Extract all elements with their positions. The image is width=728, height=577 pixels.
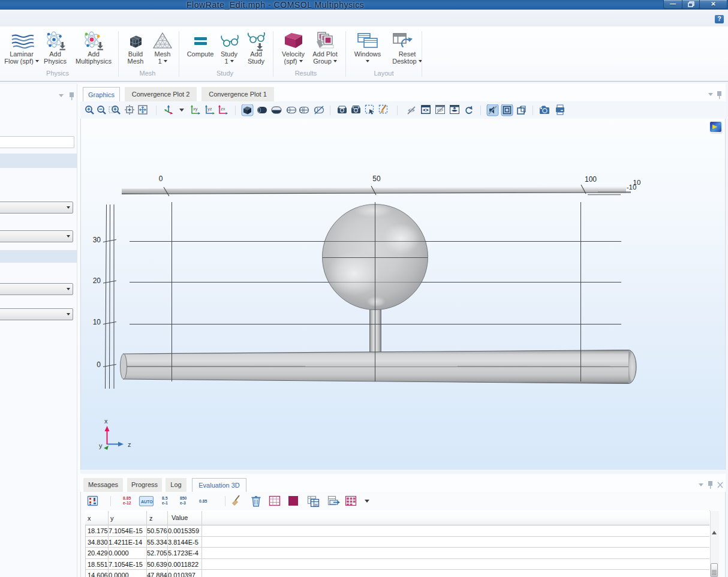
svg-text:y: y	[99, 442, 103, 449]
svg-text:xy: xy	[193, 106, 198, 112]
svg-text:36: 36	[314, 503, 318, 507]
svg-text:100: 100	[585, 175, 597, 184]
svg-text:-10: -10	[627, 184, 637, 191]
svg-text:yz: yz	[207, 106, 212, 112]
svg-text:8.5: 8.5	[162, 496, 168, 500]
svg-text:z: z	[128, 441, 131, 448]
svg-text:850: 850	[180, 496, 187, 500]
svg-text:10: 10	[93, 318, 101, 326]
svg-text:e-3: e-3	[180, 501, 186, 505]
svg-text:30: 30	[93, 236, 101, 244]
svg-text:AUTO: AUTO	[141, 500, 153, 504]
svg-text:20: 20	[93, 277, 101, 285]
svg-text:0.85: 0.85	[199, 499, 207, 503]
svg-text:x: x	[104, 417, 108, 425]
svg-text:0: 0	[97, 360, 101, 369]
svg-text:e-12: e-12	[123, 501, 131, 505]
svg-text:50: 50	[372, 175, 381, 183]
svg-text:0: 0	[159, 175, 163, 183]
svg-text:zx: zx	[221, 106, 225, 112]
svg-text:e-1: e-1	[162, 501, 168, 505]
svg-text:8.85: 8.85	[123, 496, 131, 500]
